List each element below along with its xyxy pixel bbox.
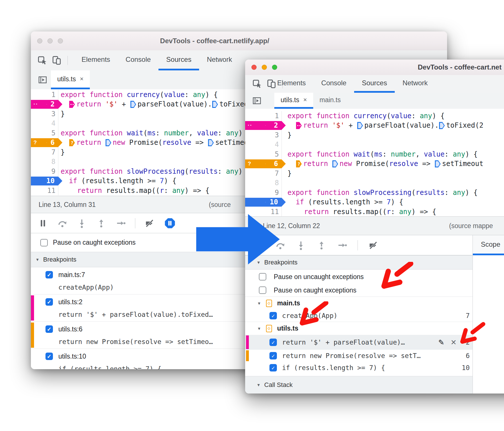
step-out-icon[interactable] xyxy=(96,218,106,228)
gutter-line-11[interactable]: 11 xyxy=(31,186,58,195)
breakpoint-checkbox[interactable]: ✓ xyxy=(269,352,277,359)
chevron-down-icon[interactable]: ▼ xyxy=(257,260,261,265)
gutter-line-9[interactable]: 9 xyxy=(31,167,58,176)
gutter-line-2[interactable]: 2··2 xyxy=(31,100,58,109)
remove-breakpoint-icon[interactable]: ✕ xyxy=(451,338,457,347)
chevron-down-icon[interactable]: ▼ xyxy=(35,257,39,262)
pause-on-caught-checkbox[interactable] xyxy=(40,239,48,246)
panel-divider[interactable] xyxy=(473,235,473,394)
tab-network[interactable]: Network xyxy=(395,75,435,93)
orange-inline-breakpoint-icon[interactable] xyxy=(69,139,75,146)
chevron-down-icon[interactable]: ▼ xyxy=(257,301,261,306)
gutter-line-1[interactable]: 1 xyxy=(245,111,282,121)
tab-sources[interactable]: Sources xyxy=(158,50,199,70)
titlebar[interactable]: DevTools - coffee-cart.net xyxy=(245,60,504,75)
breakpoint-checkbox[interactable]: ✓ xyxy=(269,312,277,319)
tab-elements[interactable]: Elements xyxy=(269,75,313,93)
breakpoints-section-header[interactable]: ▼ Breakpoints xyxy=(245,255,473,270)
inspect-element-icon[interactable] xyxy=(252,79,262,89)
gutter-line-9[interactable]: 9 xyxy=(245,188,282,197)
zoom-window-button[interactable] xyxy=(272,65,277,70)
close-window-button[interactable] xyxy=(251,65,257,70)
breakpoint-row-main-ts-7[interactable]: ✓createApp(App)7 xyxy=(245,310,473,322)
breakpoint-checkbox[interactable]: ✓ xyxy=(269,339,277,346)
sidebar-toggle-icon[interactable] xyxy=(252,96,262,106)
gutter-line-6[interactable]: 6?6 xyxy=(31,138,58,148)
gutter-line-4[interactable]: 4 xyxy=(245,140,282,150)
step-into-icon[interactable] xyxy=(77,218,87,228)
file-tab-utils-ts[interactable]: utils.ts× xyxy=(274,93,313,109)
chevron-down-icon[interactable]: ▼ xyxy=(257,326,261,331)
breakpoint-group-main-ts[interactable]: ▼main.ts xyxy=(245,296,473,310)
gutter-line-1[interactable]: 1 xyxy=(31,90,58,100)
pause-icon[interactable] xyxy=(38,218,48,228)
breakpoint-group-utils-ts[interactable]: ▼utils.ts xyxy=(245,322,473,335)
gutter-line-3[interactable]: 3 xyxy=(31,109,58,119)
close-window-button[interactable] xyxy=(37,38,42,44)
gutter-line-8[interactable]: 8 xyxy=(31,157,58,167)
step-out-icon[interactable] xyxy=(316,240,327,250)
file-tab-main-ts[interactable]: main.ts xyxy=(313,93,347,109)
gutter-line-4[interactable]: 4 xyxy=(31,119,58,128)
blue-inline-breakpoint-icon[interactable] xyxy=(106,139,111,146)
call-stack-section-header[interactable]: ▼ Call Stack xyxy=(245,376,473,394)
tab-network[interactable]: Network xyxy=(199,50,240,70)
breakpoint-checkbox[interactable]: ✓ xyxy=(45,353,53,360)
gutter-line-8[interactable]: 8 xyxy=(245,178,282,188)
breakpoint-checkbox[interactable]: ✓ xyxy=(45,325,53,333)
step-icon[interactable] xyxy=(116,218,126,228)
blue-inline-breakpoint-icon[interactable] xyxy=(439,122,445,129)
breakpoint-checkbox[interactable]: ✓ xyxy=(269,364,277,371)
blue-inline-breakpoint-icon[interactable] xyxy=(208,139,214,146)
pause-on-caught-exceptions-row[interactable]: Pause on caught exceptions xyxy=(245,284,473,296)
close-icon[interactable]: × xyxy=(80,75,84,83)
sidebar-toggle-icon[interactable] xyxy=(38,75,47,85)
pink-breakpoint-marker-icon[interactable]: ··2 xyxy=(245,121,286,130)
deactivate-breakpoints-icon[interactable] xyxy=(368,240,378,250)
tab-console[interactable]: Console xyxy=(313,75,354,93)
scope-tab[interactable]: Scope xyxy=(473,235,504,255)
titlebar[interactable]: DevTools - coffee-cart.netlify.app/ xyxy=(31,31,447,51)
gutter-line-10[interactable]: 1010 xyxy=(31,176,58,186)
edit-breakpoint-icon[interactable]: ✎ xyxy=(438,338,444,347)
blue-inline-breakpoint-icon[interactable] xyxy=(435,160,440,167)
blue-breakpoint-marker-icon[interactable]: 10 xyxy=(245,198,286,207)
device-toolbar-icon[interactable] xyxy=(51,55,62,66)
blue-inline-breakpoint-icon[interactable] xyxy=(332,160,338,167)
orange-breakpoint-marker-icon[interactable]: ?6 xyxy=(245,159,286,169)
gutter-line-5[interactable]: 5 xyxy=(245,149,282,159)
minimize-window-button[interactable] xyxy=(47,38,53,44)
breakpoint-checkbox[interactable]: ✓ xyxy=(45,271,53,278)
chevron-down-icon[interactable]: ▼ xyxy=(257,383,261,387)
gutter-line-7[interactable]: 7 xyxy=(31,147,58,157)
minimize-window-button[interactable] xyxy=(262,65,267,70)
blue-breakpoint-marker-icon[interactable]: 10 xyxy=(31,177,62,186)
step-over-icon[interactable] xyxy=(57,218,68,228)
blue-inline-breakpoint-icon[interactable] xyxy=(357,122,363,129)
breakpoint-checkbox[interactable]: ✓ xyxy=(45,298,53,306)
step-into-icon[interactable] xyxy=(296,240,306,250)
pause-exceptions-checkbox[interactable] xyxy=(259,286,266,294)
breakpoint-row-utils-ts-2[interactable]: ✓return '$' + parseFloat(value)…✎✕2 xyxy=(245,335,473,350)
step-icon[interactable] xyxy=(337,240,347,250)
gutter-line-5[interactable]: 5 xyxy=(31,128,58,138)
inspect-element-icon[interactable] xyxy=(37,55,47,66)
deactivate-breakpoints-icon[interactable] xyxy=(144,218,155,228)
orange-inline-breakpoint-icon[interactable] xyxy=(296,160,302,167)
blue-inline-breakpoint-icon[interactable] xyxy=(130,101,136,108)
pink-inline-breakpoint-icon[interactable] xyxy=(296,122,302,129)
zoom-window-button[interactable] xyxy=(58,38,63,44)
pause-on-uncaught-exceptions-row[interactable]: Pause on uncaught exceptions xyxy=(245,270,473,284)
gutter-line-3[interactable]: 3 xyxy=(245,130,282,140)
gutter-line-7[interactable]: 7 xyxy=(245,169,282,178)
gutter-line-10[interactable]: 1010 xyxy=(245,197,282,207)
pause-on-exceptions-icon[interactable] xyxy=(164,217,176,229)
gutter-line-6[interactable]: 6?6 xyxy=(245,159,282,169)
pink-inline-breakpoint-icon[interactable] xyxy=(69,101,75,108)
tab-console[interactable]: Console xyxy=(118,50,158,70)
blue-inline-breakpoint-icon[interactable] xyxy=(212,101,218,108)
orange-breakpoint-marker-icon[interactable]: ?6 xyxy=(31,138,62,147)
gutter-line-11[interactable]: 11 xyxy=(245,207,282,217)
gutter-line-2[interactable]: 2··2 xyxy=(245,121,282,131)
tab-sources[interactable]: Sources xyxy=(354,75,395,93)
